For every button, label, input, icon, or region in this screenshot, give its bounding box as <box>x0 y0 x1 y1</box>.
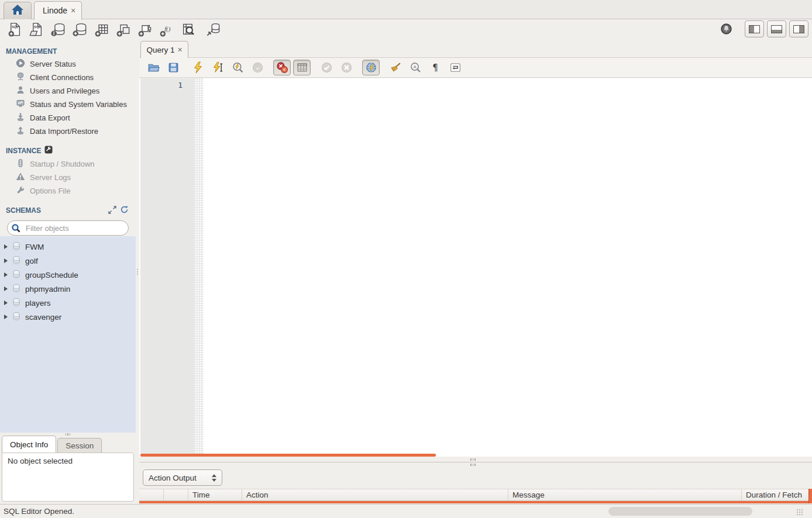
show-invisibles-icon[interactable]: ¶ <box>426 60 444 75</box>
toggle-autocommit-icon[interactable] <box>362 60 380 75</box>
schema-item[interactable]: FWM <box>0 240 136 254</box>
bottom-scrollbar-thumb[interactable] <box>608 507 752 516</box>
limit-rows-icon[interactable] <box>293 60 311 75</box>
output-horizontal-scrollbar[interactable] <box>139 501 809 503</box>
expander-icon[interactable] <box>4 315 8 319</box>
schemas-section-header: SCHEMAS <box>6 205 136 216</box>
main-toolbar: SQL SQL <box>0 19 812 40</box>
create-function-icon[interactable]: f() <box>156 20 176 38</box>
search-icon <box>11 223 21 233</box>
filter-objects-input[interactable] <box>7 220 129 236</box>
sidebar-item-client-connections[interactable]: Client Connections <box>0 71 136 84</box>
server-status-icon <box>16 58 25 70</box>
house-icon <box>11 4 25 18</box>
column-header[interactable] <box>164 489 188 500</box>
resize-grip-icon[interactable] <box>797 509 804 516</box>
database-icon <box>12 270 21 281</box>
close-icon[interactable]: × <box>177 46 182 54</box>
toggle-right-panel-icon[interactable] <box>789 20 808 37</box>
status-bar: SQL Editor Opened. <box>0 504 812 518</box>
toggle-stop-on-error-icon[interactable] <box>273 60 291 75</box>
new-query-tab-icon[interactable]: SQL <box>5 20 25 38</box>
sidebar-item-status-system-variables[interactable]: Status and System Variables <box>0 98 136 111</box>
close-icon[interactable]: × <box>71 6 75 15</box>
schema-item[interactable]: scavenger <box>0 310 136 324</box>
execute-current-statement-icon[interactable] <box>209 60 226 75</box>
notifications-icon[interactable] <box>720 23 732 35</box>
save-script-icon[interactable] <box>164 60 182 75</box>
sidebar-item-server-status[interactable]: Server Status <box>0 57 136 71</box>
schema-item[interactable]: players <box>0 296 136 310</box>
tab-query-1[interactable]: Query 1 × <box>140 41 188 58</box>
expander-icon[interactable] <box>4 258 8 263</box>
toggle-bottom-panel-icon[interactable] <box>767 20 786 37</box>
sql-code-editor[interactable]: 1 <box>139 78 812 457</box>
server-logs-icon <box>16 172 25 183</box>
fold-margin <box>194 78 204 454</box>
column-header[interactable] <box>139 489 164 500</box>
expander-icon[interactable] <box>4 244 8 249</box>
toggle-wrap-icon[interactable] <box>446 60 464 75</box>
expander-icon[interactable] <box>4 301 8 305</box>
status-text: SQL Editor Opened. <box>4 507 74 516</box>
expand-icon[interactable] <box>108 206 116 216</box>
svg-text:SQL: SQL <box>34 25 41 29</box>
startup-shutdown-icon <box>16 158 25 170</box>
schema-tree: FWM golf groupSchedule <box>0 236 136 433</box>
editor-horizontal-scrollbar[interactable] <box>140 454 436 457</box>
create-routine-icon[interactable] <box>135 20 154 38</box>
svg-text:f(): f() <box>164 25 171 32</box>
tab-session[interactable]: Session <box>57 438 102 453</box>
database-icon <box>12 284 21 295</box>
sidebar-item-data-export[interactable]: Data Export <box>0 111 136 125</box>
line-number-gutter: 1 <box>140 78 194 454</box>
schema-item[interactable]: golf <box>0 254 136 268</box>
inspect-database-icon[interactable] <box>48 20 68 38</box>
beautify-icon[interactable] <box>387 60 404 75</box>
schema-item[interactable]: phpmyadmin <box>0 282 136 296</box>
sidebar-item-startup-shutdown[interactable]: Startup / Shutdown <box>0 157 136 171</box>
spinner-arrows-icon <box>212 474 216 482</box>
column-header-action[interactable]: Action <box>242 489 508 500</box>
instance-list: Startup / Shutdown Server Logs Options F… <box>0 157 136 198</box>
object-info-text: No object selected <box>8 457 73 465</box>
create-table-icon[interactable] <box>91 20 111 38</box>
sidebar-item-data-import[interactable]: Data Import/Restore <box>0 125 136 138</box>
toggle-left-panel-icon[interactable] <box>745 20 764 37</box>
create-schema-icon[interactable] <box>70 20 90 38</box>
sidebar-item-server-logs[interactable]: Server Logs <box>0 171 136 184</box>
tab-object-info[interactable]: Object Info <box>2 436 56 453</box>
create-view-icon[interactable] <box>113 20 133 38</box>
tab-linode[interactable]: Linode × <box>34 1 82 20</box>
svg-text:A: A <box>413 64 417 70</box>
svg-text:SQL: SQL <box>11 25 18 29</box>
expander-icon[interactable] <box>4 286 8 291</box>
column-header-message[interactable]: Message <box>508 489 742 500</box>
output-table-header: Time Action Message Duration / Fetch <box>139 489 809 501</box>
explain-icon[interactable] <box>229 60 246 75</box>
execute-icon[interactable] <box>189 60 207 75</box>
column-header-duration[interactable]: Duration / Fetch <box>742 489 809 500</box>
sidebar-item-options-file[interactable]: Options File <box>0 184 136 198</box>
open-sql-script-icon[interactable]: SQL <box>26 20 46 38</box>
output-splitter[interactable] <box>139 458 812 467</box>
window-controls <box>720 20 808 37</box>
output-vertical-scrollbar[interactable] <box>808 489 812 503</box>
connection-tabbar: Linode × <box>0 0 812 19</box>
expander-icon[interactable] <box>4 272 8 277</box>
output-selector[interactable]: Action Output <box>143 469 222 486</box>
action-output-panel: Action Output Time Action Message Durati… <box>139 467 812 504</box>
schema-item[interactable]: groupSchedule <box>0 268 136 282</box>
tab-label: Linode <box>43 6 67 15</box>
mysql-workbench-window: Linode × SQL SQL <box>0 0 812 518</box>
sidebar-item-users-and-privileges[interactable]: Users and Privileges <box>0 84 136 98</box>
refresh-icon[interactable] <box>120 205 129 216</box>
users-icon <box>16 85 25 96</box>
database-icon <box>12 241 21 253</box>
open-file-icon[interactable] <box>144 60 162 75</box>
find-icon[interactable]: A <box>407 60 424 75</box>
column-header-time[interactable]: Time <box>188 489 242 500</box>
reconnect-dbms-icon[interactable] <box>203 20 223 38</box>
home-tab[interactable] <box>4 2 32 19</box>
search-table-data-icon[interactable] <box>178 20 198 38</box>
